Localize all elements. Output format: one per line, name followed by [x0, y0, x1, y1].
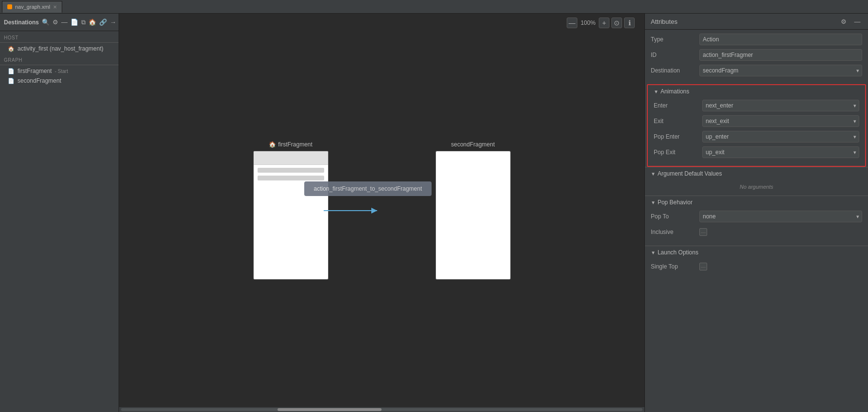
pop-behavior-header[interactable]: ▼ Pop Behavior — [645, 196, 868, 209]
panel-collapse-button[interactable]: — — [852, 17, 862, 26]
nav-graph-tab[interactable]: nav_graph.xml ✕ — [2, 1, 62, 13]
zoom-fit-button[interactable]: ⊙ — [611, 18, 622, 28]
home-button[interactable]: 🏠 — [88, 18, 96, 27]
sidebar-item-first-fragment[interactable]: 📄 firstFragment - Start — [0, 66, 119, 76]
argument-defaults-section: ▼ Argument Default Values No arguments — [645, 167, 868, 196]
tab-close-button[interactable]: ✕ — [53, 4, 57, 10]
pop-to-row: Pop To none — [651, 211, 862, 222]
tab-bar: nav_graph.xml ✕ — [0, 0, 868, 14]
canvas-content[interactable]: — 100% + ⊙ ℹ 🏠 firstFragment — [119, 14, 644, 407]
first-fragment-badge: - Start — [55, 69, 68, 74]
destination-row: Destination secondFragm — [651, 65, 862, 76]
pop-enter-select-wrapper: up_enter — [702, 131, 859, 143]
launch-options-header[interactable]: ▼ Launch Options — [645, 246, 868, 259]
canvas-area: — 100% + ⊙ ℹ 🏠 firstFragment — [119, 14, 644, 412]
link-button[interactable]: 🔗 — [99, 18, 107, 27]
canvas-scrollbar[interactable] — [119, 407, 644, 412]
pop-enter-select[interactable]: up_enter — [702, 131, 859, 143]
forward-button[interactable]: → — [110, 18, 116, 27]
destination-label: Destination — [651, 67, 699, 74]
inclusive-label: Inclusive — [651, 229, 699, 235]
action-label[interactable]: action_firstFragment_to_secondFragment — [304, 181, 432, 196]
search-button[interactable]: 🔍 — [42, 18, 50, 27]
type-label: Type — [651, 36, 699, 43]
sidebar-item-host[interactable]: 🏠 activity_first (nav_host_fragment) — [0, 44, 119, 54]
pop-to-select-wrapper: none — [699, 211, 862, 222]
zoom-bar: — 100% + ⊙ ℹ — [567, 18, 635, 28]
animations-arrow-icon: ▼ — [654, 89, 659, 94]
pop-enter-label: Pop Enter — [654, 133, 702, 140]
single-top-label: Single Top — [651, 263, 699, 270]
settings-button[interactable]: ⚙ — [52, 18, 58, 27]
pop-behavior-body: Pop To none Inclusive — — [645, 209, 868, 246]
sidebar-item-second-fragment[interactable]: 📄 secondFragment — [0, 76, 119, 86]
first-fragment-header — [254, 151, 328, 165]
exit-label: Exit — [654, 118, 702, 125]
activity-icon: 🏠 — [8, 46, 15, 52]
pop-to-select[interactable]: none — [699, 211, 862, 222]
first-fragment-line-2 — [258, 176, 324, 180]
nav-graph-tab-icon — [7, 4, 12, 9]
collapse-button[interactable]: — — [61, 18, 68, 27]
exit-select[interactable]: next_exit — [702, 115, 859, 127]
first-fragment-node[interactable]: 🏠 firstFragment — [253, 141, 329, 280]
panel-settings-button[interactable]: ⚙ — [839, 17, 849, 26]
panel-title: Attributes — [651, 18, 835, 25]
pop-exit-select-wrapper: up_exit — [702, 146, 859, 158]
host-item-label: activity_first (nav_host_fragment) — [17, 45, 104, 52]
scrollbar-thumb[interactable] — [278, 408, 382, 411]
second-fragment-screen — [435, 151, 511, 280]
pop-to-label: Pop To — [651, 213, 699, 220]
right-panel: Attributes ⚙ — Type ID Destination secon… — [644, 14, 868, 412]
fragment-icon-1: 📄 — [8, 68, 15, 74]
main-layout: Destinations 🔍 ⚙ — 📄 ⧉ 🏠 🔗 → ⊕ HOST 🏠 ac… — [0, 14, 868, 412]
animations-title: Animations — [660, 88, 689, 95]
tab-filename: nav_graph.xml — [15, 4, 50, 10]
enter-label: Enter — [654, 102, 702, 109]
fragment-icon-2: 📄 — [8, 78, 15, 84]
sidebar: Destinations 🔍 ⚙ — 📄 ⧉ 🏠 🔗 → ⊕ HOST 🏠 ac… — [0, 14, 119, 412]
animations-header[interactable]: ▼ Animations — [648, 85, 865, 98]
exit-select-wrapper: next_exit — [702, 115, 859, 127]
new-destination-button[interactable]: 📄 — [70, 18, 78, 27]
sidebar-title: Destinations — [4, 19, 39, 26]
destination-select[interactable]: secondFragm — [699, 65, 862, 76]
pop-behavior-title: Pop Behavior — [658, 199, 693, 206]
zoom-percentage: 100% — [579, 19, 597, 26]
pop-enter-row: Pop Enter up_enter — [654, 131, 859, 143]
graph-label: GRAPH — [0, 54, 119, 65]
enter-select-wrapper: next_enter — [702, 100, 859, 111]
single-top-row: Single Top — — [651, 261, 862, 272]
pop-behavior-section: ▼ Pop Behavior Pop To none Inclusive — — [645, 196, 868, 246]
launch-options-title: Launch Options — [658, 249, 698, 256]
second-fragment-label: secondFragment — [17, 77, 61, 84]
launch-options-section: ▼ Launch Options Single Top — — [645, 246, 868, 280]
exit-row: Exit next_exit — [654, 115, 859, 127]
id-input[interactable] — [699, 49, 862, 61]
single-top-checkbox[interactable]: — — [699, 263, 707, 270]
host-label: HOST — [0, 31, 119, 43]
zoom-in-button[interactable]: + — [599, 18, 609, 28]
launch-options-arrow-icon: ▼ — [651, 250, 656, 255]
pop-exit-row: Pop Exit up_exit — [654, 146, 859, 158]
argument-defaults-header[interactable]: ▼ Argument Default Values — [645, 167, 868, 180]
first-fragment-screen — [253, 151, 329, 280]
argument-defaults-body: No arguments — [645, 180, 868, 196]
enter-select[interactable]: next_enter — [702, 100, 859, 111]
pop-exit-select[interactable]: up_exit — [702, 146, 859, 158]
zoom-out-button[interactable]: — — [567, 18, 577, 28]
destination-select-wrapper: secondFragm — [699, 65, 862, 76]
second-fragment-node[interactable]: secondFragment — [435, 141, 511, 280]
copy-button[interactable]: ⧉ — [81, 18, 86, 27]
nodes-container: 🏠 firstFragment action_firstFragment_to_… — [253, 141, 511, 280]
second-fragment-node-label: secondFragment — [451, 141, 495, 148]
inclusive-checkbox[interactable]: — — [699, 228, 707, 236]
enter-row: Enter next_enter — [654, 100, 859, 111]
launch-options-body: Single Top — — [645, 259, 868, 280]
zoom-info-button[interactable]: ℹ — [624, 18, 635, 28]
first-fragment-node-label: 🏠 firstFragment — [269, 141, 312, 148]
home-icon: 🏠 — [269, 141, 276, 148]
type-input[interactable] — [699, 34, 862, 45]
no-args-text: No arguments — [651, 182, 862, 192]
scrollbar-track — [121, 408, 642, 411]
